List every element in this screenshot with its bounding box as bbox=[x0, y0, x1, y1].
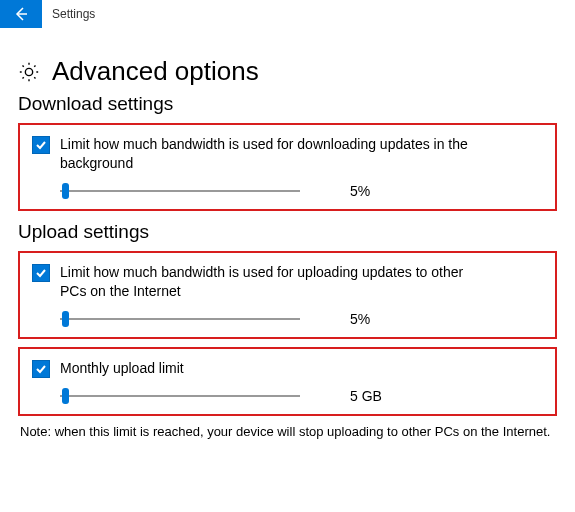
monthly-limit-label: Monthly upload limit bbox=[60, 359, 184, 378]
gear-icon bbox=[18, 61, 40, 83]
upload-limit-checkbox[interactable] bbox=[32, 264, 50, 282]
download-limit-checkbox[interactable] bbox=[32, 136, 50, 154]
upload-bandwidth-slider[interactable] bbox=[60, 311, 300, 327]
upload-slider-value: 5% bbox=[350, 311, 370, 327]
download-limit-box: Limit how much bandwidth is used for dow… bbox=[18, 123, 557, 211]
upload-limit-label: Limit how much bandwidth is used for upl… bbox=[60, 263, 490, 301]
back-button[interactable] bbox=[0, 0, 42, 28]
checkmark-icon bbox=[35, 139, 47, 151]
monthly-limit-note: Note: when this limit is reached, your d… bbox=[18, 424, 557, 441]
slider-track bbox=[60, 395, 300, 397]
upload-limit-box: Limit how much bandwidth is used for upl… bbox=[18, 251, 557, 339]
page-header: Advanced options bbox=[18, 56, 557, 87]
slider-thumb bbox=[62, 311, 69, 327]
download-slider-row: 5% bbox=[60, 183, 543, 199]
monthly-upload-slider[interactable] bbox=[60, 388, 300, 404]
download-slider-value: 5% bbox=[350, 183, 370, 199]
download-section-title: Download settings bbox=[18, 93, 557, 115]
window-title: Settings bbox=[52, 7, 95, 21]
upload-limit-row: Limit how much bandwidth is used for upl… bbox=[32, 263, 543, 301]
slider-thumb bbox=[62, 183, 69, 199]
back-arrow-icon bbox=[13, 6, 29, 22]
download-bandwidth-slider[interactable] bbox=[60, 183, 300, 199]
monthly-limit-box: Monthly upload limit 5 GB bbox=[18, 347, 557, 416]
monthly-limit-row: Monthly upload limit bbox=[32, 359, 543, 378]
checkmark-icon bbox=[35, 363, 47, 375]
monthly-limit-checkbox[interactable] bbox=[32, 360, 50, 378]
download-limit-label: Limit how much bandwidth is used for dow… bbox=[60, 135, 490, 173]
slider-track bbox=[60, 318, 300, 320]
checkmark-icon bbox=[35, 267, 47, 279]
upload-slider-row: 5% bbox=[60, 311, 543, 327]
upload-section-title: Upload settings bbox=[18, 221, 557, 243]
page-title: Advanced options bbox=[52, 56, 259, 87]
download-limit-row: Limit how much bandwidth is used for dow… bbox=[32, 135, 543, 173]
slider-thumb bbox=[62, 388, 69, 404]
content-area: Advanced options Download settings Limit… bbox=[0, 28, 575, 440]
monthly-slider-value: 5 GB bbox=[350, 388, 382, 404]
titlebar: Settings bbox=[0, 0, 575, 28]
monthly-slider-row: 5 GB bbox=[60, 388, 543, 404]
slider-track bbox=[60, 190, 300, 192]
